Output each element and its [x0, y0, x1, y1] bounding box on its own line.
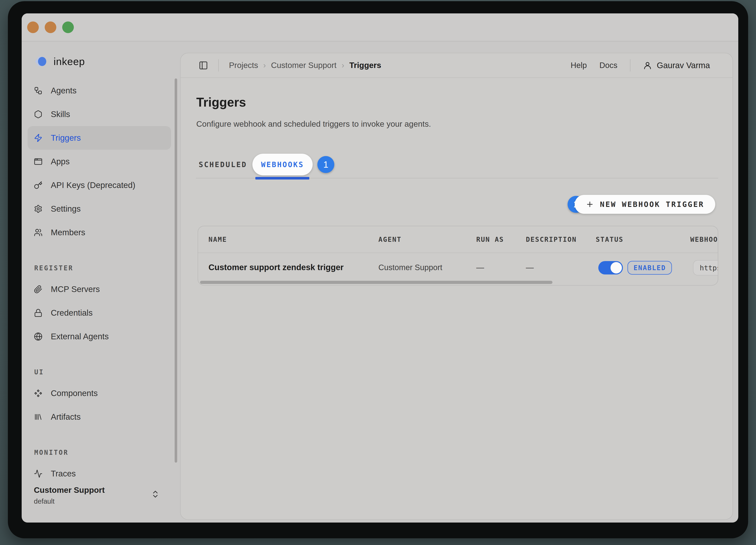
- sidebar-item-label: Triggers: [51, 133, 81, 143]
- active-tab-underline: [255, 177, 309, 179]
- column-header-agent: AGENT: [378, 226, 401, 252]
- trigger-row-name[interactable]: Customer support zendesk trigger: [208, 252, 344, 282]
- sidebar-item-label: Apps: [51, 157, 70, 166]
- sidebar-nav: Agents Skills: [28, 79, 171, 486]
- chevrons-up-down-icon: [151, 490, 160, 499]
- sidebar: inkeep Agents: [22, 41, 180, 523]
- sidebar-item-agents[interactable]: Agents: [28, 79, 171, 102]
- table-horizontal-scrollbar[interactable]: [200, 281, 552, 284]
- tab-scheduled[interactable]: SCHEDULED: [200, 154, 246, 175]
- chevron-right-icon: ›: [263, 61, 266, 70]
- tab-webhooks[interactable]: WEBHOOKS: [252, 154, 313, 175]
- brand-name: inkeep: [54, 56, 85, 67]
- annotation-badge-1: 1: [317, 156, 334, 173]
- titlebar: [22, 13, 738, 41]
- column-header-status: STATUS: [596, 226, 624, 252]
- sidebar-item-external-agents[interactable]: External Agents: [28, 325, 171, 348]
- breadcrumb-project[interactable]: Customer Support: [271, 61, 336, 70]
- help-link[interactable]: Help: [571, 61, 587, 70]
- zoom-window-button[interactable]: [62, 21, 74, 33]
- docs-link[interactable]: Docs: [599, 61, 617, 70]
- sidebar-item-skills[interactable]: Skills: [28, 102, 171, 126]
- sidebar-item-label: Members: [51, 228, 85, 237]
- project-switcher[interactable]: Customer Support default: [34, 485, 168, 506]
- main-panel: Projects › Customer Support › Triggers H…: [180, 53, 733, 520]
- trigger-row-agent: Customer Support: [378, 252, 442, 282]
- sidebar-item-label: API Keys (Deprecated): [51, 180, 135, 190]
- breadcrumb-current: Triggers: [349, 61, 381, 70]
- sidebar-item-credentials[interactable]: Credentials: [28, 301, 171, 325]
- new-webhook-trigger-label: NEW WEBHOOK TRIGGER: [600, 200, 704, 209]
- sidebar-item-label: MCP Servers: [51, 285, 100, 294]
- sidebar-item-label: Credentials: [51, 308, 93, 318]
- column-header-description: DESCRIPTION: [526, 226, 577, 252]
- component-icon: [34, 389, 43, 398]
- sidebar-item-label: Artifacts: [51, 412, 81, 422]
- user-name: Gaurav Varma: [657, 61, 710, 70]
- page-description: Configure webhook and scheduled triggers…: [196, 119, 431, 129]
- activity-icon: [34, 469, 43, 478]
- key-icon: [34, 181, 43, 189]
- breadcrumb: Projects › Customer Support › Triggers: [229, 61, 381, 70]
- lock-icon: [34, 309, 43, 317]
- gear-icon: [34, 204, 43, 213]
- sidebar-scrollbar[interactable]: [175, 78, 177, 463]
- sidebar-item-settings[interactable]: Settings: [28, 197, 171, 221]
- sidebar-item-apps[interactable]: Apps: [28, 150, 171, 173]
- app-body: inkeep Agents: [22, 41, 738, 523]
- sidebar-item-members[interactable]: Members: [28, 221, 171, 244]
- brand-logo: inkeep: [34, 55, 85, 68]
- app-window: inkeep Agents: [22, 13, 738, 523]
- sidebar-section-monitor: MONITOR: [28, 429, 171, 462]
- sidebar-item-mcp-servers[interactable]: MCP Servers: [28, 278, 171, 301]
- globe-icon: [34, 332, 43, 341]
- screenshot-stage: inkeep Agents: [0, 0, 756, 545]
- sidebar-item-label: Agents: [51, 86, 77, 95]
- bars-icon: [34, 413, 43, 421]
- header-divider: [218, 59, 219, 71]
- sidebar-section-register: REGISTER: [28, 244, 171, 278]
- sidebar-toggle-icon[interactable]: [199, 61, 208, 70]
- user-icon: [643, 61, 652, 70]
- plus-icon: [586, 200, 594, 208]
- sidebar-item-label: Components: [51, 389, 98, 398]
- sidebar-item-traces[interactable]: Traces: [28, 462, 171, 486]
- sidebar-item-artifacts[interactable]: Artifacts: [28, 405, 171, 429]
- page-title: Triggers: [196, 95, 246, 109]
- breadcrumb-projects[interactable]: Projects: [229, 61, 258, 70]
- users-icon: [34, 228, 43, 237]
- app-window-icon: [34, 157, 43, 166]
- header-divider: [630, 59, 630, 71]
- trigger-row-run-as: —: [476, 252, 484, 282]
- status-toggle[interactable]: [598, 261, 623, 275]
- hexagon-icon: [34, 110, 43, 119]
- panel-header: Projects › Customer Support › Triggers H…: [181, 53, 733, 78]
- sidebar-item-api-keys[interactable]: API Keys (Deprecated): [28, 173, 171, 197]
- trigger-row-description: —: [526, 252, 534, 282]
- column-header-webhook: WEBHOOK: [690, 226, 718, 252]
- webhook-url-chip[interactable]: https: [693, 260, 718, 276]
- sidebar-item-label: Settings: [51, 204, 81, 213]
- sidebar-item-label: Traces: [51, 469, 76, 478]
- sidebar-item-label: Skills: [51, 109, 70, 119]
- toggle-knob: [611, 262, 622, 274]
- user-menu[interactable]: Gaurav Varma: [643, 61, 710, 70]
- triggers-table: NAME AGENT RUN AS DESCRIPTION STATUS WEB…: [198, 226, 718, 286]
- new-webhook-trigger-button[interactable]: NEW WEBHOOK TRIGGER: [575, 195, 715, 214]
- project-name: Customer Support: [34, 485, 168, 495]
- inkeep-logo-icon: [34, 55, 51, 68]
- sidebar-item-triggers[interactable]: Triggers: [28, 126, 171, 150]
- sidebar-item-components[interactable]: Components: [28, 382, 171, 405]
- column-header-name: NAME: [208, 226, 227, 252]
- close-window-button[interactable]: [27, 21, 39, 33]
- workflow-icon: [34, 86, 43, 95]
- column-header-run-as: RUN AS: [476, 226, 504, 252]
- minimize-window-button[interactable]: [45, 21, 56, 33]
- sidebar-item-label: External Agents: [51, 332, 109, 341]
- chevron-right-icon: ›: [342, 61, 344, 70]
- zap-icon: [34, 134, 43, 142]
- status-badge: ENABLED: [627, 261, 672, 275]
- project-graph: default: [34, 497, 168, 506]
- sidebar-section-ui: UI: [28, 348, 171, 382]
- paperclip-icon: [34, 285, 43, 294]
